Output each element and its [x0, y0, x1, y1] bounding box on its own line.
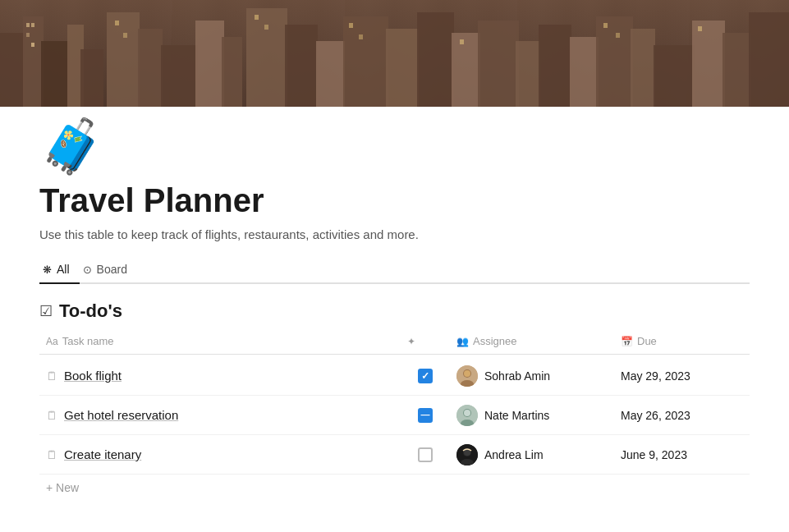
tab-all[interactable]: ❋ All: [39, 258, 80, 284]
due-date-1: May 29, 2023: [621, 369, 690, 383]
svg-rect-11: [138, 29, 163, 107]
table-header: Aa Task name ✦ 👥 Assignee 📅 Due: [39, 328, 750, 355]
due-col-label: Due: [637, 335, 657, 347]
task-col-icon: Aa: [46, 336, 58, 347]
page-title: Travel Planner: [39, 182, 750, 219]
task-table: Aa Task name ✦ 👥 Assignee 📅 Due 🗒 Book f…: [39, 328, 750, 501]
svg-rect-20: [417, 12, 454, 107]
svg-rect-21: [452, 33, 480, 107]
svg-rect-26: [596, 16, 633, 107]
checkbox-3[interactable]: [418, 447, 433, 462]
svg-rect-32: [115, 21, 119, 25]
checkbox-1[interactable]: [418, 369, 433, 383]
svg-rect-27: [631, 29, 655, 107]
svg-rect-3: [41, 41, 70, 107]
task-page-icon-2: 🗒: [46, 409, 57, 422]
status-col-icon: ✦: [407, 336, 415, 347]
col-assignee-header: 👥 Assignee: [450, 332, 614, 351]
svg-rect-13: [195, 21, 224, 107]
hero-banner: [0, 0, 789, 107]
add-row-button[interactable]: + New: [39, 475, 750, 501]
avatar-sohrab: [456, 365, 478, 387]
assignee-cell-3: Andrea Lim: [450, 438, 614, 472]
svg-rect-29: [692, 21, 725, 107]
page-content: Travel Planner Use this table to keep tr…: [0, 182, 789, 501]
due-date-3: June 9, 2023: [621, 448, 687, 461]
task-page-icon-1: 🗒: [46, 369, 57, 383]
svg-rect-36: [349, 23, 353, 28]
add-row-label: + New: [46, 481, 79, 494]
page-icon: 🧳: [39, 120, 105, 172]
svg-rect-10: [107, 12, 140, 107]
svg-rect-33: [123, 33, 127, 38]
svg-rect-5: [80, 49, 103, 107]
svg-point-45: [464, 370, 470, 377]
svg-point-49: [464, 410, 470, 416]
svg-rect-28: [654, 45, 695, 107]
tab-all-label: All: [57, 263, 70, 276]
table-row: 🗒 Create itenary Andrea Lim: [39, 435, 750, 475]
svg-rect-2: [23, 16, 44, 107]
assignee-name-3: Andrea Lim: [484, 448, 544, 461]
tab-board-label: Board: [97, 263, 127, 276]
svg-rect-8: [26, 33, 30, 37]
svg-rect-7: [31, 23, 34, 27]
assignee-cell-2: Nate Martins: [450, 398, 614, 433]
table-row: 🗒 Book flight Sohrab Amin May 29: [39, 356, 750, 396]
svg-rect-9: [31, 43, 34, 47]
due-col-icon: 📅: [621, 336, 633, 347]
due-date-2: May 26, 2023: [621, 409, 690, 422]
task-cell-1: 🗒 Book flight: [39, 362, 401, 389]
svg-rect-12: [161, 45, 198, 107]
svg-rect-30: [722, 33, 751, 107]
svg-rect-22: [478, 21, 519, 107]
checkbox-cell-3[interactable]: [401, 441, 450, 469]
assignee-col-label: Assignee: [473, 335, 516, 347]
table-row: 🗒 Get hotel reservation Nate Martins: [39, 396, 750, 435]
svg-rect-14: [222, 37, 242, 107]
svg-rect-24: [539, 25, 571, 107]
svg-rect-23: [516, 41, 540, 107]
avatar-andrea: [456, 444, 478, 466]
svg-rect-40: [616, 33, 620, 38]
board-icon: ⊙: [83, 264, 92, 276]
col-task-header: Aa Task name: [39, 332, 401, 351]
svg-rect-1: [0, 33, 25, 107]
assignee-col-icon: 👥: [456, 336, 469, 347]
task-cell-3: 🗒 Create itenary: [39, 441, 401, 468]
svg-rect-25: [570, 37, 599, 107]
svg-rect-15: [246, 8, 287, 107]
all-icon: ❋: [43, 264, 52, 276]
checkbox-cell-2[interactable]: [401, 401, 450, 429]
svg-rect-35: [264, 25, 268, 30]
svg-rect-31: [749, 12, 789, 107]
due-cell-3: June 9, 2023: [614, 442, 762, 468]
svg-rect-41: [698, 26, 702, 31]
svg-rect-34: [255, 15, 259, 20]
svg-rect-18: [343, 16, 388, 107]
svg-rect-19: [386, 29, 419, 107]
task-name-3[interactable]: Create itenary: [64, 447, 141, 461]
svg-rect-39: [603, 23, 608, 28]
view-tabs: ❋ All ⊙ Board: [39, 258, 750, 284]
svg-rect-38: [460, 39, 464, 44]
todo-section-icon: ☑: [39, 302, 53, 320]
section-title: To-do's: [59, 300, 122, 322]
task-name-2[interactable]: Get hotel reservation: [64, 408, 178, 422]
due-cell-1: May 29, 2023: [614, 363, 762, 389]
avatar-nate: [456, 405, 478, 426]
checkbox-2[interactable]: [418, 408, 433, 423]
task-page-icon-3: 🗒: [46, 448, 57, 461]
svg-rect-16: [285, 25, 318, 107]
tab-board[interactable]: ⊙ Board: [80, 258, 137, 284]
page-description: Use this table to keep track of flights,…: [39, 227, 750, 241]
assignee-name-1: Sohrab Amin: [484, 369, 550, 383]
assignee-cell-1: Sohrab Amin: [450, 359, 614, 393]
task-col-label: Task name: [62, 335, 114, 347]
task-name-1[interactable]: Book flight: [64, 369, 122, 383]
assignee-name-2: Nate Martins: [484, 409, 549, 422]
svg-rect-17: [316, 41, 345, 107]
svg-rect-37: [359, 34, 363, 39]
checkbox-cell-1[interactable]: [401, 362, 450, 390]
col-due-header: 📅 Due: [614, 332, 762, 351]
